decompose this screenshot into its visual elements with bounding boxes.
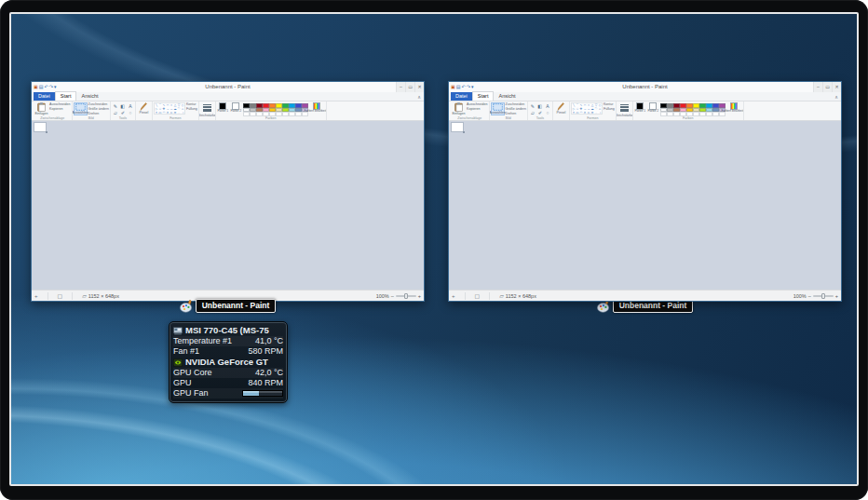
paint-work-area[interactable] xyxy=(32,121,424,290)
clipboard-icon xyxy=(37,102,46,112)
copy-button[interactable]: Kopieren xyxy=(467,108,488,112)
clipboard-group-label: Zwischenablage xyxy=(34,116,71,120)
zoom-slider-thumb[interactable] xyxy=(404,293,408,299)
sensor-value: 580 RPM xyxy=(248,346,283,357)
hardware-monitor-gadget[interactable]: MSI 770-C45 (MS-75 Temperature #1 41,0 °… xyxy=(169,321,288,403)
redo-icon[interactable]: ↷ xyxy=(467,85,470,89)
brush-icon xyxy=(557,102,564,111)
desktop[interactable]: ▣▤↶↷▾ Unbenannt - Paint – ▭ ✕ Datei Star… xyxy=(9,12,859,486)
rotate-button[interactable]: Drehen xyxy=(506,113,526,116)
minimize-button[interactable]: – xyxy=(396,82,405,92)
title-bar[interactable]: ▣▤↶↷▾ Unbenannt - Paint – ▭ ✕ xyxy=(32,82,424,92)
zoom-in-button[interactable]: + xyxy=(835,293,838,299)
paint-canvas[interactable] xyxy=(34,122,47,132)
qat-dropdown-icon[interactable]: ▾ xyxy=(471,85,474,89)
sensor-row: Temperature #1 41,0 °C xyxy=(173,336,283,346)
fill-dropdown[interactable]: Füllung xyxy=(604,108,615,112)
quick-access-toolbar[interactable]: ▣▤↶↷▾ xyxy=(451,82,473,92)
paste-label: Einfügen xyxy=(452,112,465,115)
stroke-size-button[interactable]: Strichstärke xyxy=(200,102,214,117)
ribbon-collapse-icon[interactable]: ∧ xyxy=(417,94,421,100)
zoom-out-button[interactable]: – xyxy=(391,293,394,299)
minimize-button[interactable]: – xyxy=(813,82,822,92)
select-button[interactable]: Auswählen xyxy=(74,102,88,115)
caption-buttons: – ▭ ✕ xyxy=(396,82,424,92)
zoom-slider[interactable] xyxy=(813,295,834,297)
fill-bucket-icon[interactable]: ◧ xyxy=(119,103,127,110)
ribbon: Einfügen Ausschneiden Kopieren Zwischena… xyxy=(449,101,841,121)
brushes-button[interactable]: Pinsel xyxy=(554,102,568,115)
close-button[interactable]: ✕ xyxy=(832,82,841,92)
text-tool-icon[interactable]: A xyxy=(544,103,551,110)
title-bar[interactable]: ▣▤↶↷▾ Unbenannt - Paint – ▭ ✕ xyxy=(449,82,841,92)
save-icon[interactable]: ▤ xyxy=(39,85,44,89)
qat-dropdown-icon[interactable]: ▾ xyxy=(54,85,57,89)
maximize-button[interactable]: ▭ xyxy=(405,82,414,92)
paint-canvas[interactable] xyxy=(451,122,464,132)
edit-colors-button[interactable]: Farben bearbeiten xyxy=(726,102,742,114)
color-picker-icon[interactable]: ✐ xyxy=(119,110,127,116)
sensor-label: GPU Fan xyxy=(173,388,209,399)
zoom-slider-thumb[interactable] xyxy=(821,293,825,299)
edit-colors-label: Farben bearbeiten xyxy=(721,110,743,114)
tools-grid[interactable]: ✎◧A▱✐○ xyxy=(112,102,134,116)
tab-file[interactable]: Datei xyxy=(451,92,472,101)
save-icon[interactable]: ▤ xyxy=(456,85,461,89)
zoom-slider[interactable] xyxy=(396,295,416,297)
select-button[interactable]: Auswählen xyxy=(491,102,505,115)
redo-icon[interactable]: ↷ xyxy=(49,85,53,89)
shapes-gallery[interactable]: ╲⌒∿□○△▽◇▷☆✚→↔☁♡⌂✶▭◠✕∞≋◌➝ xyxy=(571,102,603,115)
sensor-label: GPU Core xyxy=(173,368,212,378)
color-picker-icon[interactable]: ✐ xyxy=(536,110,544,116)
line-width-icon xyxy=(203,102,211,114)
pencil-icon[interactable]: ✎ xyxy=(529,103,536,110)
color2-label: Farbe 2 xyxy=(647,110,658,114)
text-tool-icon[interactable]: A xyxy=(127,103,134,110)
edit-colors-button[interactable]: Farben bearbeiten xyxy=(309,102,325,114)
tab-home[interactable]: Start xyxy=(472,91,495,101)
undo-icon[interactable]: ↶ xyxy=(44,85,47,89)
taskbar-preview-label[interactable]: Unbenannt - Paint xyxy=(196,299,277,313)
eraser-icon[interactable]: ▱ xyxy=(112,110,119,116)
undo-icon[interactable]: ↶ xyxy=(461,85,465,89)
tools-grid[interactable]: ✎◧A▱✐○ xyxy=(529,102,551,116)
shapes-gallery[interactable]: ╲⌒∿□○△▽◇▷☆✚→↔☁♡⌂✶▭◠✕∞≋◌➝ xyxy=(154,102,185,115)
stroke-size-button[interactable]: Strichstärke xyxy=(617,102,631,117)
tab-view[interactable]: Ansicht xyxy=(76,92,102,101)
selection-size-icon: ▢ xyxy=(475,292,481,299)
ribbon-collapse-icon[interactable]: ∧ xyxy=(834,94,838,100)
rotate-button[interactable]: Drehen xyxy=(88,113,109,116)
mainboard-icon xyxy=(173,327,183,335)
magnifier-icon[interactable]: ○ xyxy=(544,110,551,116)
fill-bucket-icon[interactable]: ◧ xyxy=(536,103,544,110)
sensor-label: GPU xyxy=(173,378,192,388)
tab-home[interactable]: Start xyxy=(55,91,77,101)
fill-dropdown[interactable]: Füllung xyxy=(186,108,197,112)
shape-icon[interactable]: ➝ xyxy=(181,111,184,115)
color2-button[interactable]: Farbe 2 xyxy=(230,102,242,114)
paste-button[interactable]: Einfügen xyxy=(452,102,466,115)
brushes-button[interactable]: Pinsel xyxy=(137,102,151,115)
tab-file[interactable]: Datei xyxy=(34,92,55,101)
eraser-icon[interactable]: ▱ xyxy=(529,110,536,116)
zoom-out-button[interactable]: – xyxy=(808,293,811,299)
magnifier-icon[interactable]: ○ xyxy=(127,110,134,116)
color1-button[interactable]: Farbe 1 xyxy=(634,102,646,114)
maximize-button[interactable]: ▭ xyxy=(822,82,832,92)
paint-work-area[interactable] xyxy=(449,121,841,290)
paint-app-icon[interactable]: ▣ xyxy=(451,85,455,89)
tab-view[interactable]: Ansicht xyxy=(494,92,520,101)
zoom-in-button[interactable]: + xyxy=(418,293,421,299)
pencil-icon[interactable]: ✎ xyxy=(112,103,119,110)
paint-app-icon[interactable]: ▣ xyxy=(34,85,38,89)
color1-button[interactable]: Farbe 1 xyxy=(217,102,229,114)
quick-access-toolbar[interactable]: ▣▤↶↷▾ xyxy=(34,82,56,92)
copy-button[interactable]: Kopieren xyxy=(49,108,71,112)
color2-button[interactable]: Farbe 2 xyxy=(647,102,659,114)
shape-icon[interactable]: ➝ xyxy=(598,111,602,115)
gpu-header: NVIDIA GeForce GT xyxy=(173,357,283,368)
sensor-row: GPU Fan xyxy=(173,388,283,399)
close-button[interactable]: ✕ xyxy=(414,82,424,92)
paste-button[interactable]: Einfügen xyxy=(34,102,48,115)
select-label: Auswählen xyxy=(490,111,506,115)
